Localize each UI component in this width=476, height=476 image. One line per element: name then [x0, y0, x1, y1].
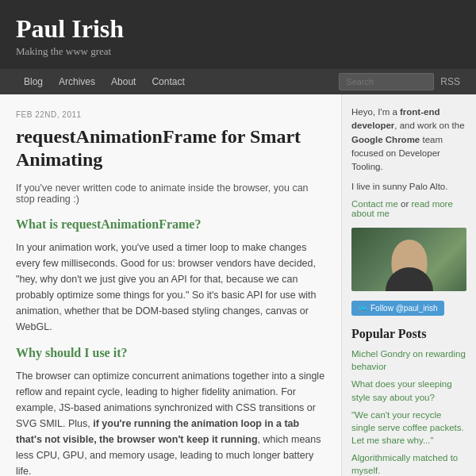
popular-post-1: Michel Gondry on rewarding behavior	[351, 347, 466, 373]
popular-post-2: What does your sleeping style say about …	[351, 378, 466, 403]
search-input[interactable]	[339, 73, 434, 90]
post-intro: If you've never written code to animate …	[16, 182, 325, 205]
sidebar-location: I live in sunny Palo Alto.	[351, 182, 466, 191]
popular-posts-title: Popular Posts	[351, 327, 466, 341]
nav-links: Blog Archives About Contact	[16, 69, 193, 94]
popular-post-2-link[interactable]: What does your sleeping style say about …	[351, 379, 452, 401]
main-content: FEB 22ND, 2011 requestAnimationFrame for…	[0, 94, 341, 476]
popular-post-4: Algorithmically matched to myself.	[351, 451, 466, 476]
sidebar-contact-links: Contact me or read more about me	[351, 199, 466, 218]
search-area: RSS	[339, 73, 460, 90]
rss-link[interactable]: RSS	[440, 76, 460, 87]
section-heading-2: Why should I use it?	[16, 346, 325, 360]
popular-post-3-link[interactable]: "We can't your recycle single serve coff…	[351, 410, 464, 445]
post-body: What is requestAnimationFrame? In your a…	[16, 217, 325, 476]
popular-post-4-link[interactable]: Algorithmically matched to myself.	[351, 453, 458, 475]
contact-sep: or	[398, 199, 412, 209]
nav-blog[interactable]: Blog	[16, 69, 51, 94]
site-title: Paul Irish	[16, 14, 460, 44]
site-header: Paul Irish Making the www great	[0, 0, 476, 69]
avatar-bg	[351, 228, 466, 291]
popular-posts-list: Michel Gondry on rewarding behavior What…	[351, 347, 466, 476]
section-body-2: The browser can optimize concurrent anim…	[16, 368, 325, 476]
section-heading-1: What is requestAnimationFrame?	[16, 217, 325, 232]
avatar	[351, 228, 466, 291]
nav-bar: Blog Archives About Contact RSS	[0, 69, 476, 94]
twitter-follow-label: Follow @paul_irish	[370, 304, 438, 313]
nav-about[interactable]: About	[103, 69, 144, 94]
sidebar: Heyo, I'm a front-end developer, and wor…	[341, 94, 476, 476]
sidebar-bio-part1: Heyo, I'm a	[351, 107, 400, 117]
nav-contact[interactable]: Contact	[144, 69, 192, 94]
contact-me-link[interactable]: Contact me	[351, 199, 398, 209]
post-date: FEB 22ND, 2011	[16, 110, 325, 119]
twitter-bird-icon: 🐦	[358, 304, 367, 313]
twitter-follow-button[interactable]: 🐦 Follow @paul_irish	[351, 301, 444, 316]
popular-post-1-link[interactable]: Michel Gondry on rewarding behavior	[351, 349, 466, 371]
nav-archives[interactable]: Archives	[51, 69, 103, 94]
popular-post-3: "We can't your recycle single serve coff…	[351, 409, 466, 447]
sidebar-bio-bold2: Google Chrome	[351, 135, 420, 144]
post-title: requestAnimationFrame for Smart Animatin…	[16, 125, 325, 171]
sidebar-bio-part2: , and work on the	[394, 121, 464, 130]
sidebar-bio: Heyo, I'm a front-end developer, and wor…	[351, 106, 466, 174]
site-subtitle: Making the www great	[16, 45, 460, 58]
section-body-1: In your animation work, you've used a ti…	[16, 240, 325, 335]
content-area: FEB 22ND, 2011 requestAnimationFrame for…	[0, 94, 476, 476]
